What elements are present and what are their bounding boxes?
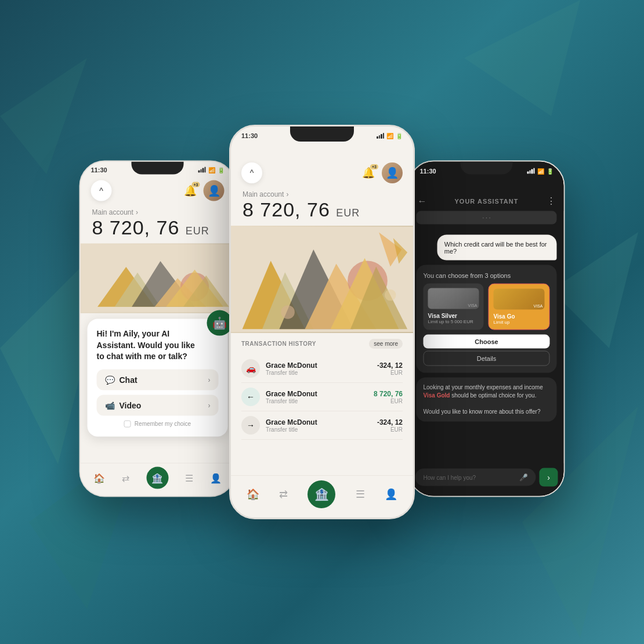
- visa-silver-limit: Limit up to 5 000 EUR: [428, 319, 479, 324]
- transaction-title: TRANSACTION HISTORY: [241, 341, 316, 347]
- user-message-bubble: Which credit card will be the best for m…: [437, 235, 557, 261]
- left-notif-badge: +3: [192, 182, 200, 187]
- center-phone: 11:30 📶 🔋 ^ 🔔+3 👤: [229, 125, 415, 519]
- trans-info-2: Grace McDonut Transfer title: [266, 390, 368, 404]
- chat-label: Chat: [120, 375, 138, 384]
- center-art-area: [231, 226, 413, 333]
- center-balance: 8 720, 76 EUR: [243, 198, 401, 221]
- right-more-btn[interactable]: ⋮: [547, 196, 556, 207]
- ai-card-title: You can choose from 3 options: [424, 272, 550, 279]
- right-phone: 11:30 📶 🔋 ← YOUR ASSISTANT ⋮ · · ·: [408, 161, 565, 497]
- left-nav-transfer[interactable]: ⇄: [122, 472, 129, 483]
- trans-amount-3: -324, 12 EUR: [377, 418, 403, 433]
- details-btn[interactable]: Details: [424, 351, 550, 366]
- ai-recommendation-text: Looking at your monthly expenses and inc…: [424, 383, 550, 416]
- left-art-area: [81, 244, 235, 313]
- trans-info-1: Grace McDonut Transfer title: [266, 361, 371, 376]
- robot-icon: 🤖: [207, 310, 233, 336]
- visa-gold-name: Visa Go: [494, 313, 545, 320]
- center-back-btn[interactable]: ^: [241, 162, 262, 183]
- remember-label: Remember my choice: [135, 421, 191, 427]
- left-nav-main[interactable]: 🏦: [146, 467, 168, 489]
- chat-option-btn[interactable]: 💬 Chat ›: [97, 369, 219, 390]
- left-notch: [132, 162, 184, 175]
- right-input-field[interactable]: How can I help you? 🎤: [415, 469, 536, 486]
- right-input-area: How can I help you? 🎤 ›: [410, 464, 564, 496]
- left-notif-bell[interactable]: 🔔+3: [184, 184, 197, 197]
- center-time: 11:30: [241, 132, 258, 139]
- right-time: 11:30: [420, 168, 436, 175]
- visa-silver-img: VISA: [428, 288, 479, 309]
- left-nav-profile[interactable]: 👤: [210, 472, 222, 483]
- left-avatar: 👤: [204, 180, 225, 201]
- right-back-btn[interactable]: ←: [418, 196, 427, 206]
- input-placeholder: How can I help you?: [424, 474, 476, 480]
- video-icon: 📹: [105, 400, 115, 410]
- ai-recommendation-bubble: Looking at your monthly expenses and inc…: [417, 378, 557, 422]
- svg-point-24: [281, 305, 295, 319]
- trans-info-3: Grace McDonut Transfer title: [266, 418, 371, 433]
- trans-icon-3: →: [241, 416, 260, 435]
- transaction-section: TRANSACTION HISTORY see more 🚗 Grace McD…: [231, 333, 413, 475]
- right-header-title: YOUR ASSISTANT: [427, 197, 547, 204]
- center-nav-profile[interactable]: 👤: [385, 488, 397, 501]
- visa-silver-card[interactable]: VISA Visa Silver Limit up to 5 000 EUR: [424, 284, 484, 330]
- center-notch: [290, 126, 354, 142]
- chat-icon: 💬: [105, 375, 115, 384]
- center-avatar: 👤: [382, 162, 403, 183]
- svg-point-25: [385, 290, 396, 301]
- visa-gold-card[interactable]: VISA Visa Go Limit up: [489, 284, 550, 330]
- see-more-btn[interactable]: see more: [369, 339, 403, 349]
- transaction-item-2: ← Grace McDonut Transfer title 8 720, 76…: [241, 383, 403, 411]
- user-message-text: Which credit card will be the best for m…: [444, 241, 550, 255]
- right-header: ← YOUR ASSISTANT ⋮: [410, 177, 564, 211]
- visa-gold-limit: Limit up: [494, 320, 545, 325]
- center-nav-main[interactable]: 🏦: [307, 480, 335, 508]
- video-option-btn[interactable]: 📹 Video ›: [97, 395, 219, 415]
- chat-top-bar: · · ·: [417, 211, 557, 225]
- left-phone: 11:30 📶 🔋 ^ 🔔+3 👤: [79, 161, 236, 497]
- remember-checkbox[interactable]: [124, 420, 131, 427]
- left-bottom-nav: 🏠 ⇄ 🏦 ☰ 👤: [81, 463, 235, 496]
- trans-icon-credit: ←: [241, 388, 260, 406]
- trans-amount-1: -324, 12 EUR: [377, 361, 403, 376]
- visa-silver-name: Visa Silver: [428, 313, 479, 319]
- send-btn[interactable]: ›: [540, 468, 558, 487]
- left-nav-home[interactable]: 🏠: [93, 472, 105, 483]
- right-notch: [461, 162, 513, 175]
- trans-amount-2: 8 720, 76 EUR: [374, 390, 403, 404]
- chat-area: Which credit card will be the best for m…: [410, 229, 564, 464]
- center-notif-bell[interactable]: 🔔+3: [362, 167, 375, 179]
- left-time: 11:30: [91, 167, 107, 173]
- trans-icon-debit: 🚗: [241, 359, 260, 378]
- center-nav-cards[interactable]: ☰: [356, 488, 365, 501]
- transaction-item-3: → Grace McDonut Transfer title -324, 12 …: [241, 411, 403, 440]
- left-account-label: Main account ›: [92, 208, 223, 216]
- center-nav-transfer[interactable]: ⇄: [279, 488, 288, 501]
- video-arrow-icon: ›: [208, 401, 211, 409]
- ai-card-response: You can choose from 3 options VISA Visa …: [417, 265, 557, 373]
- assistant-greeting: Hi! I'm Aily, your AI Assistant. Would y…: [97, 328, 219, 363]
- assistant-popup: 🤖 Hi! I'm Aily, your AI Assistant. Would…: [88, 319, 228, 437]
- center-notif-badge: +3: [370, 164, 378, 169]
- choose-btn[interactable]: Choose: [424, 335, 550, 349]
- left-nav-cards[interactable]: ☰: [185, 472, 193, 483]
- center-bottom-nav: 🏠 ⇄ 🏦 ☰ 👤: [231, 475, 413, 518]
- left-balance: 8 720, 76 EUR: [92, 216, 223, 239]
- visa-gold-img: VISA: [494, 289, 545, 310]
- center-nav-home[interactable]: 🏠: [247, 488, 259, 501]
- video-label: Video: [120, 400, 142, 410]
- center-account-label: Main account ›: [243, 190, 401, 198]
- transaction-item: 🚗 Grace McDonut Transfer title -324, 12 …: [241, 354, 403, 383]
- cards-row: VISA Visa Silver Limit up to 5 000 EUR V…: [424, 284, 550, 330]
- chat-arrow-icon: ›: [208, 375, 211, 383]
- remember-row: Remember my choice: [97, 420, 219, 427]
- left-back-btn[interactable]: ^: [91, 180, 112, 201]
- mic-icon[interactable]: 🎤: [519, 473, 528, 482]
